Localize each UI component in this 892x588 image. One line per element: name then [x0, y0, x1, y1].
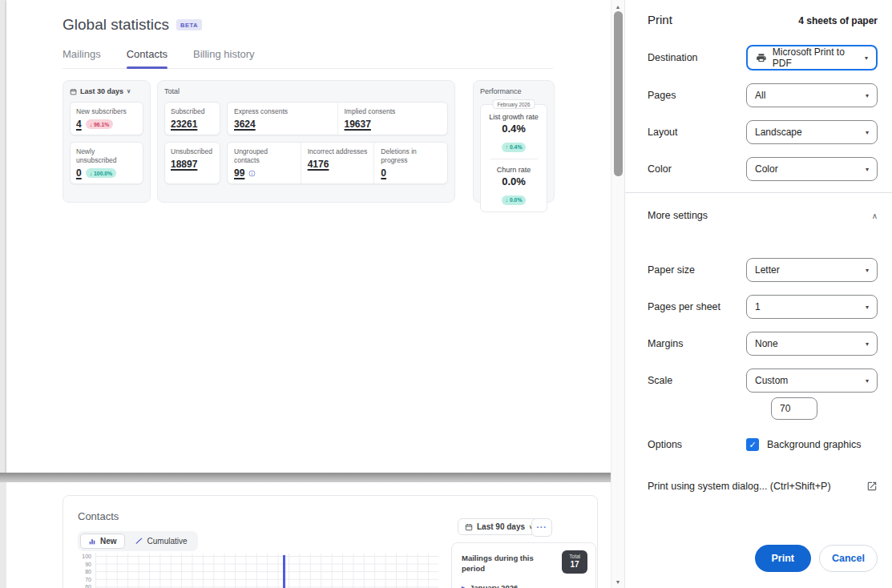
metric-value: 0.4% [485, 123, 543, 135]
stat-cell-implied-consents: Implied consents 19637 [337, 103, 448, 135]
stat-label: Newly unsubscribed [76, 147, 123, 165]
scale-select[interactable]: Custom ▾ [746, 369, 878, 393]
paper-size-select[interactable]: Letter ▾ [746, 258, 878, 282]
pages-per-sheet-label: Pages per sheet [648, 301, 720, 312]
stat-label: New subscribers [76, 107, 137, 116]
chart-period-selector[interactable]: Last 90 days ∨ [458, 518, 540, 535]
chevron-up-icon: ∧ [872, 211, 878, 220]
stat-value-link[interactable]: 4 [76, 119, 82, 130]
performance-group: Performance February 2026 List growth ra… [473, 80, 555, 203]
toggle-new[interactable]: New [80, 534, 125, 549]
performance-card: February 2026 List growth rate 0.4% ↑0.4… [480, 104, 547, 212]
triangle-right-icon: ▸ [462, 584, 465, 588]
tab-mailings[interactable]: Mailings [63, 48, 101, 60]
stat-value-link[interactable]: 99 [234, 167, 244, 179]
destination-select[interactable]: Microsoft Print to PDF ▾ [746, 45, 878, 70]
cancel-button[interactable]: Cancel [819, 545, 878, 572]
stat-value-link[interactable]: 23261 [171, 119, 197, 130]
trend-badge: ↑0.4% [502, 143, 527, 152]
month-label: January 2026 [470, 583, 518, 588]
background-graphics-checkbox[interactable]: ✓ [746, 438, 759, 451]
options-label: Options [648, 439, 682, 450]
period-selector[interactable]: Last 30 days ∨ [70, 87, 143, 95]
period-group: Last 30 days ∨ New subscribers 4 ↓96.1% … [63, 80, 151, 203]
trend-value: 0.4% [510, 144, 523, 150]
preview-page-1: Global statistics BETA Mailings Contacts… [6, 0, 611, 473]
stat-value-link[interactable]: 3624 [234, 119, 256, 130]
stat-value-link[interactable]: 18897 [171, 159, 197, 170]
total-group-title: Total [164, 87, 448, 95]
bar-chart-icon [88, 538, 96, 546]
total-badge-label: Total [569, 554, 580, 560]
mailings-side-panel: Mailings during this period Total 17 ▸ J… [451, 542, 596, 588]
calendar-icon [465, 523, 473, 531]
mailings-label: Mailings during this period [462, 553, 535, 574]
consents-card: Express consents 3624 Implied consents 1… [227, 102, 448, 135]
pages-per-sheet-select[interactable]: 1 ▾ [746, 295, 878, 319]
month-accordion-item[interactable]: ▸ January 2026 [462, 583, 518, 588]
y-axis-tick: 60 [85, 584, 91, 588]
color-value: Color [755, 163, 778, 175]
scrollbar-thumb[interactable] [614, 11, 623, 176]
pages-select[interactable]: All ▾ [746, 83, 878, 107]
divider [625, 192, 892, 193]
contacts-issues-card: Ungrouped contacts 99 Incorrect addresse… [227, 142, 448, 184]
metric-label: List growth rate [485, 113, 543, 121]
scroll-down-button[interactable]: ▼ [611, 576, 624, 587]
performance-month: February 2026 [493, 99, 535, 109]
stat-label: Ungrouped contacts [234, 147, 294, 165]
performance-title: Performance [480, 87, 547, 95]
custom-scale-input[interactable] [771, 397, 817, 420]
stats-tabs: Mailings Contacts Billing history [63, 48, 553, 69]
preview-scrollbar[interactable]: ▲ ▼ [611, 0, 624, 588]
scale-value: Custom [755, 375, 788, 386]
trend-value: 0.0% [510, 197, 523, 203]
destination-label: Destination [648, 52, 698, 63]
stat-value-link[interactable]: 19637 [345, 119, 371, 130]
stat-label: Incorrect addresses [308, 147, 368, 156]
more-options-button[interactable]: ··· [531, 518, 552, 537]
info-icon[interactable] [248, 170, 256, 177]
contacts-heading: Contacts [78, 510, 119, 522]
stat-value-link[interactable]: 0 [381, 167, 386, 179]
y-axis-tick: 80 [85, 569, 91, 574]
divider [490, 159, 538, 159]
color-label: Color [648, 163, 672, 175]
stat-label: Express consents [234, 107, 331, 116]
layout-select[interactable]: Landscape ▾ [746, 120, 878, 144]
system-dialog-link[interactable]: Print using system dialog... (Ctrl+Shift… [648, 474, 878, 498]
open-in-new-icon [866, 481, 878, 492]
y-axis-tick: 90 [85, 561, 91, 566]
caret-down-icon: ▾ [866, 129, 869, 136]
chart-period-label: Last 90 days [477, 522, 525, 531]
stat-value-link[interactable]: 4176 [308, 159, 329, 170]
trend-value: 96.1% [94, 122, 109, 127]
page-gap-shadow [0, 473, 611, 482]
destination-value: Microsoft Print to PDF [773, 46, 859, 69]
sheet-count: 4 sheets of paper [798, 15, 878, 26]
arrow-down-icon: ↓ [506, 197, 508, 203]
caret-down-icon: ▾ [866, 267, 869, 274]
stat-value-link[interactable]: 0 [76, 167, 82, 179]
total-group: Total Subscribed 23261 Express consents … [157, 80, 455, 203]
color-select[interactable]: Color ▾ [746, 157, 878, 181]
metric-value: 0.0% [485, 175, 543, 187]
more-settings-label: More settings [648, 210, 708, 221]
background-graphics-label: Background graphics [767, 439, 861, 450]
toggle-label: Cumulative [147, 537, 188, 546]
tab-contacts[interactable]: Contacts [127, 48, 168, 60]
pages-value: All [755, 90, 765, 101]
stat-card-unsubscribed: Unsubscribed 18897 [164, 142, 220, 184]
y-axis-tick: 70 [85, 576, 91, 582]
total-badge-value: 17 [569, 560, 580, 570]
scroll-up-button[interactable]: ▲ [611, 1, 624, 12]
margins-select[interactable]: None ▾ [746, 332, 878, 356]
print-button[interactable]: Print [755, 545, 811, 572]
printer-icon [756, 52, 767, 64]
trend-value: 100.0% [94, 171, 112, 176]
tab-billing-history[interactable]: Billing history [193, 48, 255, 60]
contacts-chart: 100 90 80 70 60 [95, 554, 438, 588]
more-settings-toggle[interactable]: More settings ∧ [648, 203, 878, 228]
toggle-cumulative[interactable]: Cumulative [127, 534, 196, 549]
trend-badge: ↓96.1% [86, 119, 114, 129]
